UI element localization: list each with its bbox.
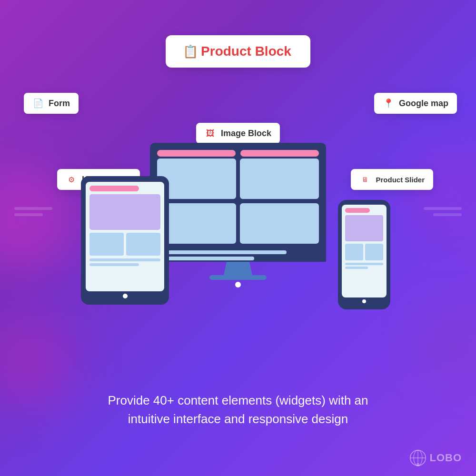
tablet-top-bar <box>89 186 139 191</box>
phone-card-grid <box>345 244 383 260</box>
monitor-base <box>209 275 267 280</box>
image-block-label: Image Block <box>221 129 271 139</box>
form-icon: 📄 <box>32 98 44 109</box>
decorative-blob-bottom-right <box>419 309 476 381</box>
monitor-stand <box>224 262 252 275</box>
phone-card-tall <box>345 215 383 241</box>
phone-screen <box>342 205 387 298</box>
monitor-bottom-bar-1 <box>157 250 287 254</box>
monitor-device <box>150 143 326 281</box>
monitor-card-2 <box>240 159 319 199</box>
deco-line-3 <box>424 207 462 210</box>
form-label: Form <box>49 99 70 109</box>
monitor-top-bars <box>157 150 319 157</box>
lobo-globe-icon <box>409 449 426 466</box>
tablet-body <box>81 176 169 305</box>
bottom-text-line2: intuitive interface and responsive desig… <box>38 410 438 428</box>
bottom-text-line1: Provide 40+ content elements (widgets) w… <box>38 391 438 410</box>
devices-container <box>71 138 405 338</box>
monitor-bar-2 <box>240 150 319 157</box>
deco-line-2 <box>14 213 43 216</box>
monitor-bottom-bar-2 <box>157 257 254 260</box>
product-block-icon: 📋 <box>185 46 196 57</box>
google-map-badge: 📍 Google map <box>374 93 457 114</box>
phone-device <box>338 200 390 309</box>
monitor-dot <box>235 282 241 288</box>
product-block-label: Product Block <box>201 44 291 59</box>
monitor-bar-1 <box>157 150 236 157</box>
deco-line-4 <box>433 213 462 216</box>
tablet-device <box>81 176 169 305</box>
decorative-blob-right <box>400 143 476 238</box>
phone-dot <box>362 299 366 303</box>
lobo-logo: LOBO <box>409 449 462 466</box>
image-block-icon: 🖼 <box>205 128 216 139</box>
form-badge: 📄 Form <box>24 93 79 114</box>
tablet-card-sm-2 <box>126 233 160 256</box>
phone-card-sm-2 <box>365 244 383 260</box>
tablet-screen <box>86 182 164 291</box>
phone-line-1 <box>345 263 383 265</box>
tablet-card-grid <box>89 233 160 256</box>
phone-card-sm-1 <box>345 244 363 260</box>
phone-body <box>338 200 390 309</box>
lobo-text: LOBO <box>429 452 462 464</box>
tablet-line-2 <box>89 263 139 266</box>
monitor-content <box>157 159 319 263</box>
bottom-description: Provide 40+ content elements (widgets) w… <box>0 391 476 428</box>
deco-line-1 <box>14 207 52 210</box>
phone-line-2 <box>345 267 368 269</box>
tablet-lines <box>89 258 160 266</box>
monitor-bottom <box>157 250 319 263</box>
monitor-card-4 <box>240 203 319 244</box>
tablet-dot <box>123 294 128 298</box>
product-block-badge: 📋 Product Block <box>166 35 310 68</box>
google-map-icon: 📍 <box>383 98 394 109</box>
phone-lines <box>345 263 383 269</box>
tablet-card-sm-1 <box>89 233 124 256</box>
monitor-screen <box>150 143 326 262</box>
tablet-card-tall <box>89 194 160 230</box>
svg-point-4 <box>416 463 420 466</box>
google-map-label: Google map <box>399 99 448 109</box>
tablet-line-1 <box>89 258 160 261</box>
phone-top-bar <box>345 208 370 213</box>
